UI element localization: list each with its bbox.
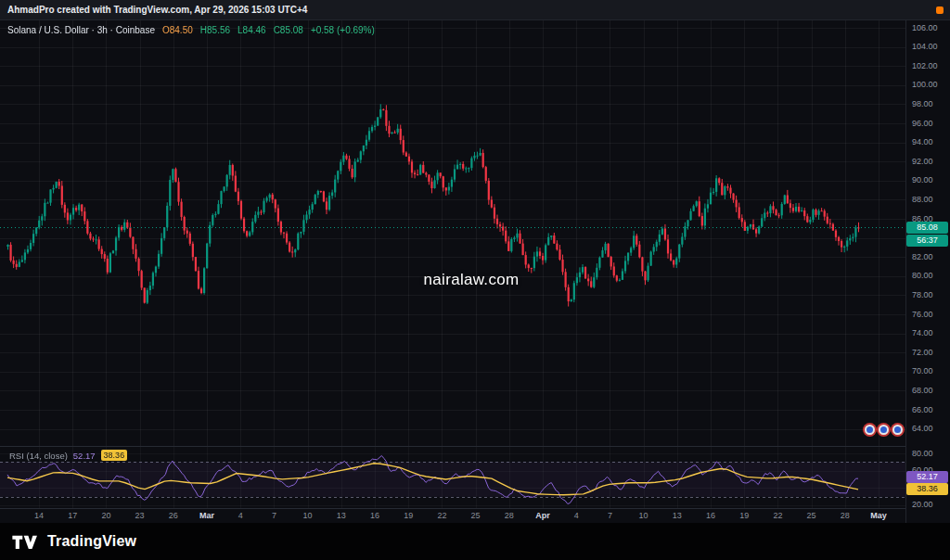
time-axis-label: Mar [190,511,224,520]
price-axis-label: 98.00 [912,99,933,109]
time-axis-label: 20 [89,511,122,520]
time-axis-label: 7 [257,511,290,520]
time-axis-label: 16 [694,511,727,520]
time-axis-label: 28 [493,511,526,520]
time-axis-label: 22 [425,511,458,520]
watermark: nairalaw.com [369,271,573,289]
time-axis-label: 19 [727,511,761,520]
time-axis-label: Apr [526,511,559,520]
current-price-badge: 85.08 [906,222,948,234]
price-axis-label: 68.00 [912,386,933,396]
time-axis-label: May [862,511,895,520]
rsi-ma-value-chip: 38.36 [101,450,128,461]
price-axis-label: 80.00 [912,271,933,281]
rsi-value: 52.17 [73,451,96,461]
ohlc-open-value: O84.50 [162,25,193,35]
tradingview-chart-window: AhmadPro created with TradingView.com, A… [0,0,950,560]
symbol-legend[interactable]: Solana / U.S. Dollar · 3h · Coinbase O84… [7,25,375,35]
chart-stickers[interactable] [865,425,903,435]
rsi-value-badge: 52.17 [906,471,948,483]
price-axis-label: 78.00 [912,290,933,300]
time-axis[interactable]: 1417202326Mar4710131619222528Apr47101316… [0,508,905,523]
price-axis[interactable]: 106.00104.00102.00100.0098.0096.0094.009… [906,0,950,523]
price-axis-label: 106.00 [912,23,938,33]
time-axis-label: 4 [224,511,257,520]
time-axis-label: 17 [56,511,89,520]
price-axis-label: 102.00 [912,61,938,71]
time-axis-label: 16 [358,511,392,520]
time-axis-label: 19 [392,511,425,520]
price-axis-label: 90.00 [912,175,933,185]
rsi-axis-label: 80.00 [912,449,933,459]
rsi-ma-value-badge: 38.36 [906,483,948,495]
rsi-indicator-title[interactable]: RSI (14, close) [9,451,68,461]
ohlc-high-value: H85.56 [200,25,230,35]
rsi-indicator-chart[interactable] [0,447,905,508]
sticker-icon[interactable] [879,425,889,435]
price-axis-label: 72.00 [912,348,933,358]
price-axis-label: 70.00 [912,366,933,376]
pane-divider[interactable] [0,446,905,447]
ohlc-low-value: L84.46 [238,25,266,35]
sticker-icon[interactable] [865,425,875,435]
price-axis-label: 64.00 [912,424,933,434]
time-axis-label: 4 [559,511,593,520]
time-axis-label: 25 [795,511,828,520]
time-axis-label: 14 [22,511,56,520]
time-axis-label: 26 [157,511,190,520]
time-axis-label: 7 [593,511,626,520]
sticker-icon[interactable] [892,425,903,435]
bar-countdown-badge: 56:37 [906,235,948,247]
footer-bar: TradingView [0,523,950,560]
price-axis-label: 96.00 [912,119,933,129]
time-axis-label: 10 [291,511,325,520]
price-axis-label: 82.00 [912,252,933,262]
attribution-text: AhmadPro created with TradingView.com, A… [7,5,307,15]
time-axis-label: 25 [459,511,493,520]
rsi-legend[interactable]: RSI (14, close) 52.17 38.36 [9,450,127,461]
time-axis-label: 10 [627,511,661,520]
symbol-title[interactable]: Solana / U.S. Dollar · 3h · Coinbase [7,25,155,35]
price-axis-label: 92.00 [912,157,933,167]
time-axis-label: 22 [761,511,794,520]
price-axis-label: 66.00 [912,405,933,415]
price-axis-label: 88.00 [912,195,933,205]
rsi-axis-label: 20.00 [912,500,933,510]
time-axis-label: 13 [661,511,694,520]
tradingview-logo-icon[interactable] [11,533,39,551]
price-axis-label: 76.00 [912,310,933,320]
price-axis-label: 94.00 [912,137,933,147]
ohlc-close-value: C85.08 [274,25,303,35]
time-axis-label: 23 [123,511,157,520]
attribution-bar: AhmadPro created with TradingView.com, A… [0,0,950,20]
time-axis-label: 28 [828,511,862,520]
price-change-value: +0.58 (+0.69%) [311,25,375,35]
price-axis-label: 100.00 [912,80,938,90]
time-axis-label: 13 [325,511,358,520]
tradingview-brand-text[interactable]: TradingView [47,533,136,550]
price-axis-label: 104.00 [912,42,938,52]
price-axis-label: 74.00 [912,328,933,338]
candlestick-chart[interactable] [0,20,905,446]
